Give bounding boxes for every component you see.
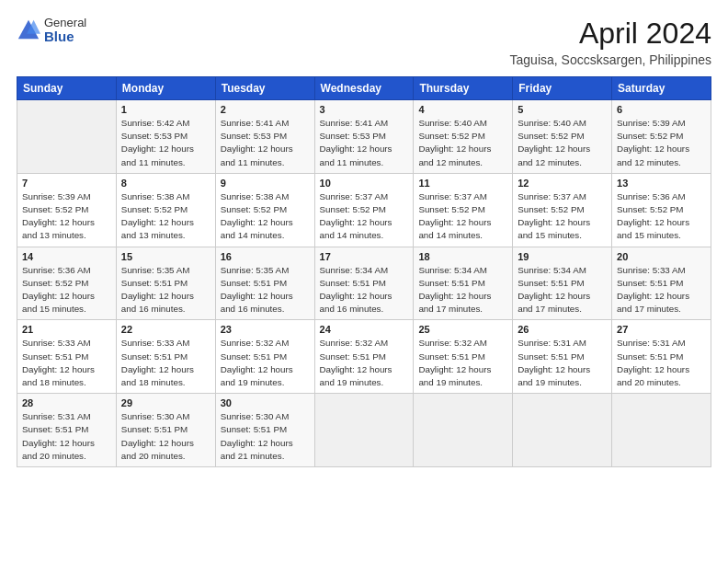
- header-sunday: Sunday: [17, 77, 117, 100]
- day-info: Sunrise: 5:36 AM Sunset: 5:52 PM Dayligh…: [617, 190, 706, 243]
- title-block: April 2024 Taguisa, Soccsksargen, Philip…: [510, 17, 711, 67]
- header: General Blue April 2024 Taguisa, Soccsks…: [17, 17, 711, 67]
- day-info: Sunrise: 5:40 AM Sunset: 5:52 PM Dayligh…: [418, 117, 507, 169]
- calendar-cell: 1Sunrise: 5:42 AM Sunset: 5:53 PM Daylig…: [116, 100, 215, 174]
- day-info: Sunrise: 5:41 AM Sunset: 5:53 PM Dayligh…: [320, 117, 409, 169]
- day-info: Sunrise: 5:37 AM Sunset: 5:52 PM Dayligh…: [518, 190, 607, 243]
- calendar-body: 1Sunrise: 5:42 AM Sunset: 5:53 PM Daylig…: [17, 100, 711, 467]
- calendar-cell: 17Sunrise: 5:34 AM Sunset: 5:51 PM Dayli…: [314, 247, 414, 320]
- header-friday: Friday: [513, 77, 612, 100]
- calendar-week-2: 14Sunrise: 5:36 AM Sunset: 5:52 PM Dayli…: [17, 247, 711, 320]
- day-info: Sunrise: 5:35 AM Sunset: 5:51 PM Dayligh…: [221, 264, 310, 316]
- header-monday: Monday: [116, 77, 215, 100]
- header-row: Sunday Monday Tuesday Wednesday Thursday…: [17, 77, 711, 100]
- calendar-cell: [612, 394, 711, 467]
- calendar-cell: 30Sunrise: 5:30 AM Sunset: 5:51 PM Dayli…: [215, 394, 314, 467]
- header-saturday: Saturday: [612, 77, 711, 100]
- calendar-cell: 9Sunrise: 5:38 AM Sunset: 5:52 PM Daylig…: [215, 173, 314, 247]
- day-number: 18: [418, 251, 507, 262]
- calendar-cell: 26Sunrise: 5:31 AM Sunset: 5:51 PM Dayli…: [513, 320, 612, 394]
- calendar-week-3: 21Sunrise: 5:33 AM Sunset: 5:51 PM Dayli…: [17, 320, 711, 394]
- day-info: Sunrise: 5:38 AM Sunset: 5:52 PM Dayligh…: [121, 190, 210, 243]
- logo-text: General Blue: [44, 17, 86, 45]
- calendar-cell: 3Sunrise: 5:41 AM Sunset: 5:53 PM Daylig…: [314, 100, 414, 174]
- calendar-cell: 12Sunrise: 5:37 AM Sunset: 5:52 PM Dayli…: [513, 173, 612, 247]
- calendar-cell: 21Sunrise: 5:33 AM Sunset: 5:51 PM Dayli…: [17, 320, 117, 394]
- day-number: 28: [22, 397, 111, 408]
- calendar-cell: 6Sunrise: 5:39 AM Sunset: 5:52 PM Daylig…: [612, 100, 711, 174]
- calendar-cell: [314, 394, 414, 467]
- day-number: 15: [121, 251, 210, 262]
- calendar-cell: 14Sunrise: 5:36 AM Sunset: 5:52 PM Dayli…: [17, 247, 117, 320]
- day-info: Sunrise: 5:40 AM Sunset: 5:52 PM Dayligh…: [518, 117, 607, 169]
- day-number: 29: [121, 397, 210, 408]
- day-number: 26: [518, 324, 607, 335]
- calendar-cell: 4Sunrise: 5:40 AM Sunset: 5:52 PM Daylig…: [414, 100, 513, 174]
- day-info: Sunrise: 5:32 AM Sunset: 5:51 PM Dayligh…: [320, 337, 409, 389]
- calendar-week-0: 1Sunrise: 5:42 AM Sunset: 5:53 PM Daylig…: [17, 100, 711, 174]
- day-number: 14: [22, 251, 111, 262]
- day-info: Sunrise: 5:32 AM Sunset: 5:51 PM Dayligh…: [418, 337, 507, 389]
- logo-general: General: [44, 17, 86, 29]
- calendar-cell: 10Sunrise: 5:37 AM Sunset: 5:52 PM Dayli…: [314, 173, 414, 247]
- day-number: 23: [221, 324, 310, 335]
- day-info: Sunrise: 5:34 AM Sunset: 5:51 PM Dayligh…: [418, 264, 507, 316]
- day-number: 4: [418, 104, 507, 115]
- calendar-cell: 11Sunrise: 5:37 AM Sunset: 5:52 PM Dayli…: [414, 173, 513, 247]
- calendar-cell: 13Sunrise: 5:36 AM Sunset: 5:52 PM Dayli…: [612, 173, 711, 247]
- day-number: 16: [221, 251, 310, 262]
- calendar-cell: [513, 394, 612, 467]
- calendar-cell: 2Sunrise: 5:41 AM Sunset: 5:53 PM Daylig…: [215, 100, 314, 174]
- day-info: Sunrise: 5:31 AM Sunset: 5:51 PM Dayligh…: [518, 337, 607, 389]
- subtitle: Taguisa, Soccsksargen, Philippines: [510, 52, 711, 67]
- logo-icon: [17, 18, 40, 42]
- calendar-cell: 19Sunrise: 5:34 AM Sunset: 5:51 PM Dayli…: [513, 247, 612, 320]
- calendar-header: Sunday Monday Tuesday Wednesday Thursday…: [17, 77, 711, 100]
- calendar-cell: [17, 100, 117, 174]
- day-info: Sunrise: 5:34 AM Sunset: 5:51 PM Dayligh…: [518, 264, 607, 316]
- day-number: 3: [320, 104, 409, 115]
- day-number: 10: [320, 178, 409, 189]
- day-info: Sunrise: 5:39 AM Sunset: 5:52 PM Dayligh…: [617, 117, 706, 169]
- day-info: Sunrise: 5:32 AM Sunset: 5:51 PM Dayligh…: [221, 337, 310, 389]
- header-tuesday: Tuesday: [215, 77, 314, 100]
- calendar-cell: [414, 394, 513, 467]
- day-info: Sunrise: 5:33 AM Sunset: 5:51 PM Dayligh…: [121, 337, 210, 389]
- calendar-cell: 27Sunrise: 5:31 AM Sunset: 5:51 PM Dayli…: [612, 320, 711, 394]
- day-info: Sunrise: 5:30 AM Sunset: 5:51 PM Dayligh…: [121, 410, 210, 463]
- day-number: 1: [121, 104, 210, 115]
- calendar-cell: 28Sunrise: 5:31 AM Sunset: 5:51 PM Dayli…: [17, 394, 117, 467]
- calendar-week-1: 7Sunrise: 5:39 AM Sunset: 5:52 PM Daylig…: [17, 173, 711, 247]
- header-wednesday: Wednesday: [314, 77, 414, 100]
- day-number: 13: [617, 178, 706, 189]
- day-info: Sunrise: 5:37 AM Sunset: 5:52 PM Dayligh…: [320, 190, 409, 243]
- day-number: 24: [320, 324, 409, 335]
- day-number: 21: [22, 324, 111, 335]
- day-info: Sunrise: 5:33 AM Sunset: 5:51 PM Dayligh…: [22, 337, 111, 389]
- day-number: 20: [617, 251, 706, 262]
- day-info: Sunrise: 5:31 AM Sunset: 5:51 PM Dayligh…: [22, 410, 111, 463]
- day-info: Sunrise: 5:31 AM Sunset: 5:51 PM Dayligh…: [617, 337, 706, 389]
- day-info: Sunrise: 5:34 AM Sunset: 5:51 PM Dayligh…: [320, 264, 409, 316]
- calendar-cell: 22Sunrise: 5:33 AM Sunset: 5:51 PM Dayli…: [116, 320, 215, 394]
- day-number: 7: [22, 178, 111, 189]
- day-info: Sunrise: 5:41 AM Sunset: 5:53 PM Dayligh…: [221, 117, 310, 169]
- header-thursday: Thursday: [414, 77, 513, 100]
- calendar-cell: 15Sunrise: 5:35 AM Sunset: 5:51 PM Dayli…: [116, 247, 215, 320]
- day-number: 19: [518, 251, 607, 262]
- day-number: 22: [121, 324, 210, 335]
- calendar-cell: 25Sunrise: 5:32 AM Sunset: 5:51 PM Dayli…: [414, 320, 513, 394]
- day-info: Sunrise: 5:42 AM Sunset: 5:53 PM Dayligh…: [121, 117, 210, 169]
- day-number: 17: [320, 251, 409, 262]
- day-info: Sunrise: 5:35 AM Sunset: 5:51 PM Dayligh…: [121, 264, 210, 316]
- calendar-cell: 20Sunrise: 5:33 AM Sunset: 5:51 PM Dayli…: [612, 247, 711, 320]
- calendar-table: Sunday Monday Tuesday Wednesday Thursday…: [17, 76, 711, 467]
- day-number: 27: [617, 324, 706, 335]
- day-number: 9: [221, 178, 310, 189]
- calendar-cell: 5Sunrise: 5:40 AM Sunset: 5:52 PM Daylig…: [513, 100, 612, 174]
- day-number: 5: [518, 104, 607, 115]
- main-title: April 2024: [510, 17, 711, 51]
- calendar-cell: 7Sunrise: 5:39 AM Sunset: 5:52 PM Daylig…: [17, 173, 117, 247]
- calendar-cell: 24Sunrise: 5:32 AM Sunset: 5:51 PM Dayli…: [314, 320, 414, 394]
- day-info: Sunrise: 5:39 AM Sunset: 5:52 PM Dayligh…: [22, 190, 111, 243]
